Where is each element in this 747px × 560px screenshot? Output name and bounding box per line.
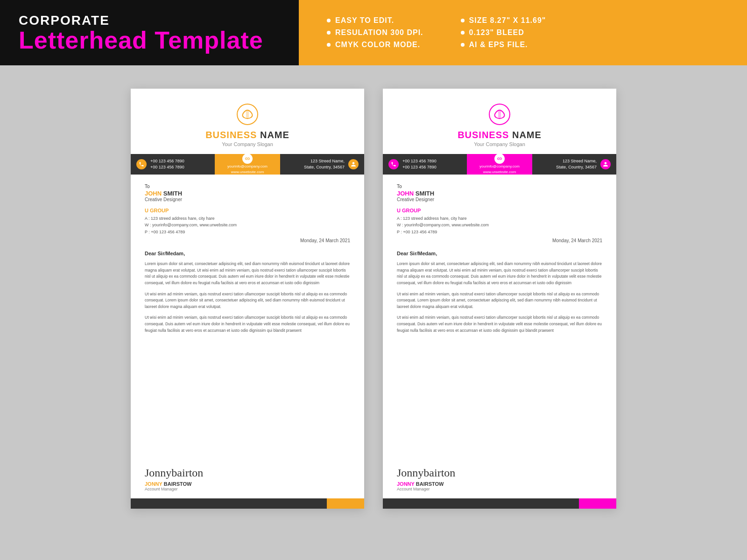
body-para-2-pink: Ut wisi enim ad minim veniam, quis nostr… <box>397 291 602 310</box>
recipient-name-pink: JOHN SMITH <box>397 190 602 197</box>
letterhead-card-orange: BUSINESS NAME Your Company Slogan +00 12… <box>131 89 364 509</box>
company-name-pink: U GROUP <box>397 208 602 213</box>
business-slogan: Your Company Slogan <box>222 141 273 147</box>
recipient-title: Creative Designer <box>145 197 350 202</box>
company-info-pink: A : 123 streed address hare, city hare W… <box>397 215 602 235</box>
person-icon-pink <box>600 159 611 169</box>
signer-title-pink: Account Manager <box>397 487 602 491</box>
feature-col-1: EASY TO EDIT. RESULATION 300 DPI. CMYK C… <box>327 16 423 49</box>
contact-bar-left-pink: +00 123 456 7890+00 123 456 7890 <box>383 154 467 175</box>
top-header: CORPORATE Letterhead Template EASY TO ED… <box>0 0 747 65</box>
salutation: Dear Sir/Medam, <box>145 251 350 256</box>
signer-name: JONNY BAIRSTOW <box>145 481 350 487</box>
contact-bar: +00 123 456 7890+00 123 456 7890 yourinf… <box>131 154 364 175</box>
contact-phone-text: +00 123 456 7890+00 123 456 7890 <box>150 158 184 171</box>
business-slogan-pink: Your Company Slogan <box>474 141 525 147</box>
signature-script: Jonnybairton <box>145 467 350 479</box>
body-para-2: Ut wisi enim ad minim veniam, quis nostr… <box>145 291 350 310</box>
contact-phone-text-pink: +00 123 456 7890+00 123 456 7890 <box>402 158 437 171</box>
signature-script-pink: Jonnybairton <box>397 467 602 479</box>
footer-dark-pink <box>383 498 579 509</box>
bullet-icon <box>327 19 331 22</box>
letter-body: To JOHN SMITH Creative Designer U GROUP … <box>131 175 364 453</box>
business-name-pink: BUSINESS NAME <box>458 130 542 140</box>
body-para-1-pink: Lorem ipsum dolor sit amet, consectetuer… <box>397 261 602 286</box>
contact-address-text-pink: 123 Streed Name,State, Country, 34567 <box>556 158 597 171</box>
letterhead-card-pink: BUSINESS NAME Your Company Slogan +00 12… <box>383 89 616 509</box>
card-footer-pink <box>383 498 616 509</box>
to-label: To <box>145 184 350 189</box>
contact-bar-right-pink: 123 Streed Name,State, Country, 34567 <box>532 154 616 175</box>
company-info: A : 123 streed address hare, city hare W… <box>145 215 350 235</box>
recipient-title-pink: Creative Designer <box>397 197 602 202</box>
logo-area-pink: BUSINESS NAME Your Company Slogan <box>383 89 616 154</box>
contact-email-text-pink: yourinfo@company.comwww.urwebsite.com <box>479 164 520 175</box>
feature-4: SIZE 8.27" X 11.69" <box>461 16 546 25</box>
salutation-pink: Dear Sir/Medam, <box>397 251 602 256</box>
body-para-3-pink: Ut wisi enim ad minim veniam, quis nostr… <box>397 315 602 334</box>
footer-accent-pink <box>579 498 616 509</box>
signature-area-pink: Jonnybairton JONNY BAIRSTOW Account Mana… <box>383 462 616 498</box>
signer-title: Account Manager <box>145 487 350 491</box>
date-line: Monday, 24 March 2021 <box>145 238 350 243</box>
feature-3: CMYK COLOR MODE. <box>327 41 423 49</box>
phone-icon <box>136 159 147 169</box>
body-para-3: Ut wisi enim ad minim veniam, quis nostr… <box>145 315 350 334</box>
logo-area: BUSINESS NAME Your Company Slogan <box>131 89 364 154</box>
letter-body-pink: To JOHN SMITH Creative Designer U GROUP … <box>383 175 616 453</box>
bullet-icon <box>461 43 465 47</box>
logo-svg-pink <box>488 103 511 126</box>
contact-bar-center-pink: yourinfo@company.comwww.urwebsite.com <box>467 154 532 175</box>
person-icon <box>348 159 359 169</box>
contact-bar-left: +00 123 456 7890+00 123 456 7890 <box>131 154 215 175</box>
phone-icon-pink <box>388 159 399 169</box>
feature-2: RESULATION 300 DPI. <box>327 28 423 37</box>
business-name: BUSINESS NAME <box>205 130 289 140</box>
corp-label: CORPORATE <box>19 13 280 28</box>
link-icon-pink <box>494 154 505 164</box>
signature-area: Jonnybairton JONNY BAIRSTOW Account Mana… <box>131 462 364 498</box>
body-para-1: Lorem ipsum dolor sit amet, consectetuer… <box>145 261 350 286</box>
footer-accent <box>327 498 364 509</box>
recipient-name: JOHN SMITH <box>145 190 350 197</box>
header-right: EASY TO EDIT. RESULATION 300 DPI. CMYK C… <box>299 0 747 65</box>
feature-col-2: SIZE 8.27" X 11.69" 0.123" BLEED AI & EP… <box>461 16 546 49</box>
signer-name-pink: JONNY BAIRSTOW <box>397 481 602 487</box>
footer-dark <box>131 498 327 509</box>
to-label-pink: To <box>397 184 602 189</box>
logo-svg <box>236 103 259 126</box>
bullet-icon <box>327 31 331 35</box>
link-icon <box>242 154 253 164</box>
contact-bar-pink: +00 123 456 7890+00 123 456 7890 yourinf… <box>383 154 616 175</box>
date-line-pink: Monday, 24 March 2021 <box>397 238 602 243</box>
feature-6: AI & EPS FILE. <box>461 41 546 49</box>
contact-bar-right: 123 Streed Name,State, Country, 34567 <box>280 154 364 175</box>
company-name: U GROUP <box>145 208 350 213</box>
contact-bar-center: yourinfo@company.comwww.urwebsite.com <box>215 154 280 175</box>
bullet-icon <box>327 43 331 47</box>
card-footer <box>131 498 364 509</box>
bullet-icon <box>461 31 465 35</box>
bullet-icon <box>461 19 465 22</box>
feature-1: EASY TO EDIT. <box>327 16 423 25</box>
contact-email-text: yourinfo@company.comwww.urwebsite.com <box>227 164 268 175</box>
template-label: Letterhead Template <box>19 28 280 52</box>
main-content: BUSINESS NAME Your Company Slogan +00 12… <box>0 65 747 532</box>
header-left: CORPORATE Letterhead Template <box>0 0 299 65</box>
feature-5: 0.123" BLEED <box>461 28 546 37</box>
contact-address-text: 123 Streed Name,State, Country, 34567 <box>304 158 345 171</box>
